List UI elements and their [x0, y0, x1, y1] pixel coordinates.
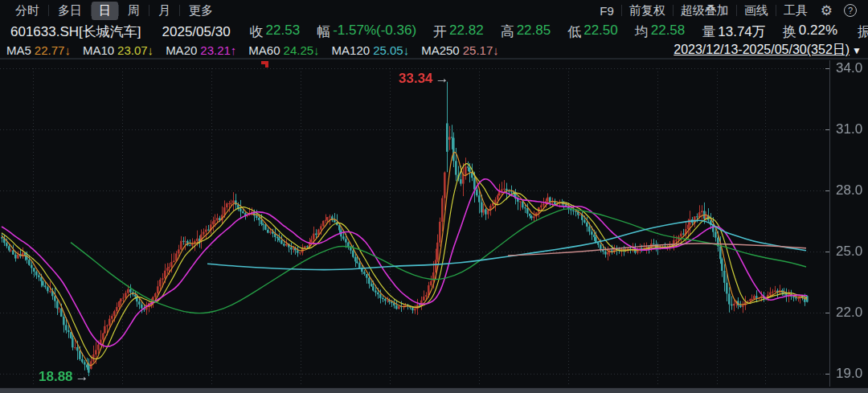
tool-forward-adjust[interactable]: 前复权 [622, 2, 673, 20]
caret-down-icon: ▼ [852, 45, 862, 56]
field-value: 22.58 [651, 23, 686, 41]
tool-f9[interactable]: F9 [592, 2, 621, 19]
field-value: 22.53 [266, 23, 301, 41]
quote-field-开: 开22.82 [433, 23, 484, 41]
field-label: 高 [501, 23, 514, 41]
tab-week[interactable]: 周 [119, 2, 149, 20]
ma-label: MA250 [421, 43, 460, 57]
field-label: 幅 [317, 23, 330, 41]
ma-indicator-bar: MA522.77↓MA1023.07↓MA2023.21↑MA6024.25↓M… [0, 43, 868, 58]
tab-month[interactable]: 月 [149, 2, 179, 20]
field-value: 0.22% [799, 23, 837, 41]
period-tabs: 分时多日日周月更多 [6, 0, 222, 21]
y-axis-label: 19.0 [836, 366, 868, 382]
y-axis-label: 34.0 [836, 60, 868, 76]
chart-scrollbar[interactable] [0, 387, 868, 393]
field-value: 13.74万 [718, 23, 766, 41]
field-label: 均 [635, 23, 649, 41]
ma-value: 22.77↓ [35, 43, 71, 57]
tab-day[interactable]: 日 [92, 2, 118, 20]
field-label: 收 [250, 23, 264, 41]
y-axis-label: 31.0 [836, 121, 868, 137]
tab-multiday[interactable]: 多日 [49, 2, 91, 20]
ma-value: 24.25↓ [284, 43, 320, 57]
tab-minute[interactable]: 分时 [6, 2, 48, 20]
field-label: 量 [702, 23, 715, 41]
field-value: 22.82 [449, 23, 484, 41]
arrow-right-icon: → [76, 369, 89, 385]
arrow-right-icon: → [436, 71, 449, 87]
ma-label: MA120 [332, 43, 371, 57]
chart-area: 34.031.028.025.022.019.0 33.34 → 18.88 → [0, 58, 868, 393]
y-axis-label: 25.0 [836, 244, 868, 260]
annotation-period-high: 33.34 → [399, 71, 449, 87]
quote-field-换: 换0.22% [783, 23, 837, 41]
quote-field-低: 低22.50 [567, 23, 618, 41]
ma-item-ma10: MA1023.07↓ [83, 43, 154, 57]
field-label: 换 [783, 23, 796, 41]
ma-values: MA522.77↓MA1023.07↓MA2023.21↑MA6024.25↓M… [6, 43, 511, 57]
tool-draw-line[interactable]: 画线 [737, 2, 776, 20]
quote-field-幅: 幅-1.57%(-0.36) [317, 23, 416, 41]
ma-label: MA20 [166, 43, 197, 57]
ma-label: MA10 [83, 43, 114, 57]
ma-item-ma120: MA12025.05↓ [332, 43, 410, 57]
ma-value: 25.17↓ [463, 43, 499, 57]
field-label: 振 [858, 23, 868, 41]
quote-fields: 收22.53幅-1.57%(-0.36)开22.82高22.85低22.50均2… [250, 23, 868, 41]
ma-item-ma250: MA25025.17↓ [421, 43, 499, 57]
period-low-value: 18.88 [39, 369, 73, 385]
ma-value: 25.05↓ [373, 43, 409, 57]
period-high-value: 33.34 [399, 71, 433, 87]
field-label: 开 [433, 23, 447, 41]
ma-value: 23.07↓ [117, 43, 154, 57]
y-axis-label: 22.0 [836, 305, 868, 321]
quote-bar: 601633.SH[长城汽车] 2025/05/30 收22.53幅-1.57%… [0, 21, 868, 43]
ma-item-ma20: MA2023.21↑ [166, 43, 236, 57]
y-axis-label: 28.0 [836, 182, 868, 199]
ma-item-ma60: MA6024.25↓ [248, 43, 319, 57]
quote-field-量: 量13.74万 [702, 23, 766, 41]
quote-field-均: 均22.58 [635, 23, 686, 41]
ma-value: 23.21↑ [200, 43, 236, 57]
ma-label: MA60 [248, 43, 280, 57]
date-range-selector[interactable]: 2023/12/13-2025/05/30(352日) ▼ [674, 42, 862, 59]
field-value: -1.57%(-0.36) [333, 23, 416, 41]
top-toolbar: 分时多日日周月更多 F9前复权超级叠加画线工具⚙? [0, 0, 868, 21]
help-icon[interactable]: ? [844, 4, 857, 17]
ma-item-ma5: MA522.77↓ [6, 43, 71, 57]
gear-icon[interactable]: ⚙ [815, 2, 838, 19]
tool-tools[interactable]: 工具 [776, 2, 815, 20]
field-value: 22.50 [583, 23, 618, 41]
annotation-period-low: 18.88 → [39, 369, 89, 385]
tool-super-overlay[interactable]: 超级叠加 [674, 2, 736, 20]
quote-field-高: 高22.85 [501, 23, 551, 41]
quote-date: 2025/05/30 [162, 24, 231, 40]
tab-more[interactable]: 更多 [180, 2, 222, 20]
toolbar-tools: F9前复权超级叠加画线工具⚙? [592, 0, 862, 21]
quote-field-振: 振… [858, 23, 868, 41]
ma-label: MA5 [6, 43, 31, 57]
field-value: 22.85 [517, 23, 551, 41]
field-label: 低 [567, 23, 581, 41]
candlestick-chart[interactable] [0, 59, 868, 393]
date-range-text: 2023/12/13-2025/05/30(352日) [674, 42, 850, 59]
symbol-label: 601633.SH[长城汽车] [10, 23, 141, 41]
quote-field-收: 收22.53 [250, 23, 301, 41]
